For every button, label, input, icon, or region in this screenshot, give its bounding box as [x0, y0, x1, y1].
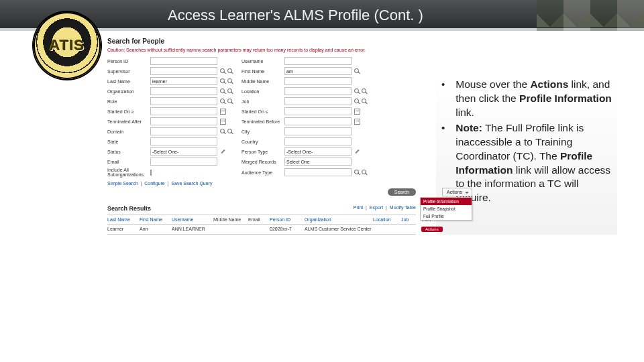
col-last[interactable]: Last Name [107, 217, 138, 222]
state-input[interactable] [150, 137, 217, 145]
sep: | [140, 181, 142, 186]
col-loc[interactable]: Location [373, 217, 400, 222]
actions-tab[interactable]: Actions [442, 188, 472, 196]
cell-first: Ann [140, 227, 170, 232]
calendar-icon[interactable] [354, 109, 360, 115]
organization-input[interactable] [150, 87, 217, 95]
cell-org: ALMS Customer Service Center [305, 227, 372, 232]
domain-input[interactable] [150, 127, 217, 135]
cell-last: Learner [107, 227, 138, 232]
atis-logo: ATIS [34, 12, 101, 79]
term-after-input[interactable] [150, 117, 217, 125]
search-icon[interactable] [227, 99, 233, 105]
status-select[interactable]: -Select One- [150, 147, 217, 156]
search-icon[interactable] [227, 68, 233, 74]
configure-link[interactable]: Configure [144, 181, 164, 186]
location-input[interactable] [284, 87, 352, 95]
audience-input[interactable] [284, 168, 352, 176]
col-first[interactable]: First Name [140, 217, 170, 222]
lookup-icon[interactable] [354, 88, 360, 95]
calendar-icon[interactable] [354, 119, 360, 125]
search-icon[interactable] [362, 99, 368, 105]
search-icon[interactable] [227, 78, 233, 84]
started-le-input[interactable] [284, 107, 352, 115]
row-actions-button[interactable]: Actions [421, 227, 443, 232]
lookup-icon[interactable] [354, 99, 360, 105]
panel-title: Search for People [107, 38, 416, 45]
col-user[interactable]: Username [172, 217, 212, 222]
instruction-item: • Mouse over the Actions link, and then … [441, 78, 612, 120]
username-input[interactable] [284, 57, 352, 65]
organization-icons [220, 88, 239, 95]
person-type-label: Person Type [241, 149, 282, 154]
actions-menu: Profile Information Profile Snapshot Ful… [420, 197, 472, 221]
merged-select[interactable]: Select One [284, 158, 352, 166]
started-ge-input[interactable] [150, 107, 217, 115]
supervisor-label: Supervisor [107, 69, 148, 74]
include-sub-checkbox[interactable] [150, 170, 152, 176]
firstname-icons [354, 68, 373, 74]
search-icon[interactable] [362, 88, 368, 95]
search-icon[interactable] [220, 78, 226, 84]
calendar-icon[interactable] [220, 109, 226, 115]
bullet-icon: • [441, 78, 445, 120]
page-title: Access Learner's ALMS Profile (Cont. ) [168, 7, 423, 24]
search-icon[interactable] [227, 129, 233, 135]
menu-profile-information[interactable]: Profile Information [421, 198, 472, 205]
col-pid[interactable]: Person ID [270, 217, 303, 222]
col-job[interactable]: Job [401, 217, 420, 222]
search-panel: Search for People Caution: Searches with… [107, 38, 416, 235]
term-before-label: Terminated Before [241, 119, 282, 124]
lookup-icon[interactable] [220, 88, 226, 95]
username-label: Username [241, 59, 282, 64]
menu-profile-snapshot[interactable]: Profile Snapshot [421, 205, 472, 213]
supervisor-input[interactable] [150, 67, 217, 75]
location-label: Location [241, 89, 282, 94]
modify-table-link[interactable]: Modify Table [390, 205, 416, 210]
lookup-icon[interactable] [220, 99, 226, 105]
menu-full-profile[interactable]: Full Profile [421, 213, 472, 220]
middlename-input[interactable] [284, 77, 352, 85]
country-input[interactable] [284, 137, 352, 145]
role-icons [220, 99, 239, 105]
edit-icon[interactable] [354, 149, 360, 155]
calendar-icon[interactable] [220, 119, 226, 125]
results-header: Search Results Print | Export | Modify T… [107, 205, 416, 212]
t: Mouse over the [455, 78, 530, 90]
simple-search-link[interactable]: Simple Search [107, 181, 138, 186]
lookup-icon[interactable] [220, 68, 226, 74]
lastname-label: Last Name [107, 79, 148, 84]
person-id-input[interactable] [150, 57, 217, 65]
email-input[interactable] [150, 158, 217, 166]
cell-pid: 02028xx-7 [270, 227, 303, 232]
results-title: Search Results [107, 205, 151, 212]
city-label: City [241, 129, 282, 134]
cell-email [248, 227, 268, 232]
export-link[interactable]: Export [370, 205, 383, 210]
term-before-input[interactable] [284, 117, 352, 125]
search-bar: Search Actions Profile Information Profi… [107, 188, 416, 196]
role-input[interactable] [150, 97, 217, 105]
search-links: Simple Search | Configure | Save Search … [107, 181, 416, 186]
lastname-input[interactable]: learner [150, 77, 217, 85]
col-org[interactable]: Organization [305, 217, 372, 222]
search-icon[interactable] [354, 68, 360, 74]
table-row: Learner Ann ANN.LEARNER 02028xx-7 ALMS C… [107, 225, 416, 235]
firstname-input[interactable]: am [284, 67, 352, 75]
save-query-link[interactable]: Save Search Query [171, 181, 212, 186]
edit-icon[interactable] [220, 149, 226, 155]
lookup-icon[interactable] [354, 170, 360, 176]
print-link[interactable]: Print [354, 205, 363, 210]
search-icon[interactable] [227, 88, 233, 95]
lookup-icon[interactable] [220, 129, 226, 135]
caution-text: Caution: Searches without sufficiently n… [107, 48, 416, 53]
started-ge-label: Started On ≥ [107, 109, 148, 114]
camo-decoration [537, 0, 644, 31]
job-input[interactable] [284, 97, 352, 105]
search-button[interactable]: Search [388, 188, 416, 196]
job-label: Job [241, 99, 282, 104]
search-icon[interactable] [362, 170, 368, 176]
supervisor-icons [220, 68, 239, 74]
person-type-select[interactable]: -Select One- [284, 147, 352, 156]
city-input[interactable] [284, 127, 352, 135]
